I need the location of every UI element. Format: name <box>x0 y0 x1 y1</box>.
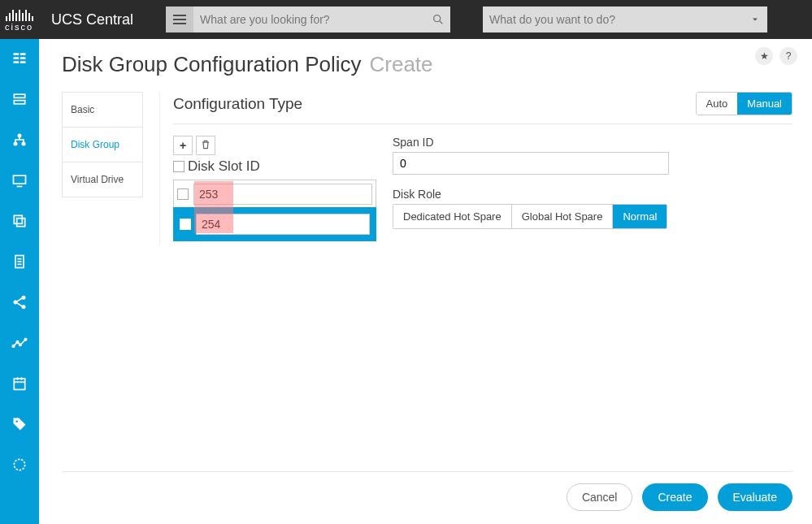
evaluate-button[interactable]: Evaluate <box>718 483 792 511</box>
svg-point-35 <box>14 459 24 470</box>
product-name: UCS Central <box>51 11 133 28</box>
rail-display-icon[interactable] <box>10 171 29 190</box>
action-input[interactable] <box>483 6 743 32</box>
page-title-suffix: Create <box>370 52 433 77</box>
trash-icon <box>200 139 211 153</box>
mode-button-manual[interactable]: Manual <box>737 93 792 115</box>
svg-point-23 <box>22 305 24 308</box>
rail-calendar-icon[interactable] <box>10 374 29 393</box>
vendor-logo: cisco <box>5 8 33 32</box>
svg-rect-30 <box>14 379 24 389</box>
svg-rect-3 <box>20 53 26 55</box>
row-checkbox[interactable] <box>177 188 189 200</box>
action-dropdown-button[interactable] <box>743 15 767 24</box>
svg-rect-13 <box>14 175 26 184</box>
global-search <box>166 6 450 32</box>
rail-analytics-icon[interactable] <box>10 333 29 353</box>
search-input[interactable] <box>193 6 426 32</box>
rail-share-icon[interactable] <box>10 292 29 312</box>
select-all-checkbox[interactable] <box>173 161 185 172</box>
rail-refresh-icon[interactable] <box>10 455 29 474</box>
rail-document-icon[interactable] <box>10 252 29 271</box>
page-title: Disk Group Configuration Policy <box>62 52 362 77</box>
config-mode-toggle: Auto Manual <box>696 92 792 115</box>
dialog-footer: Cancel Create Evaluate <box>62 471 792 524</box>
svg-point-12 <box>18 134 20 136</box>
main-panel: ★ ? Disk Group Configuration Policy Crea… <box>39 39 812 524</box>
search-icon[interactable] <box>426 13 450 26</box>
svg-rect-7 <box>20 61 26 63</box>
vendor-name: cisco <box>5 23 33 32</box>
rail-storage-icon[interactable] <box>10 89 29 109</box>
sidenav-item-disk-group[interactable]: Disk Group <box>63 128 142 162</box>
cancel-button[interactable]: Cancel <box>567 483 633 511</box>
svg-point-22 <box>14 301 16 303</box>
disk-slot-row[interactable] <box>174 180 376 208</box>
disk-slot-input[interactable] <box>196 214 370 235</box>
plus-icon: + <box>180 139 186 152</box>
svg-point-28 <box>20 344 22 346</box>
span-id-input[interactable] <box>393 152 669 175</box>
disk-slot-list <box>173 180 376 241</box>
svg-rect-2 <box>14 53 20 55</box>
svg-point-34 <box>15 420 18 422</box>
svg-rect-8 <box>14 94 24 97</box>
section-title: Configuration Type <box>173 95 302 113</box>
svg-point-11 <box>22 142 24 145</box>
help-button[interactable]: ? <box>779 47 797 65</box>
mode-button-auto[interactable]: Auto <box>697 93 738 115</box>
svg-point-26 <box>12 345 15 348</box>
svg-rect-15 <box>17 219 25 227</box>
disk-role-global[interactable]: Global Hot Spare <box>512 205 614 228</box>
disk-slot-header: Disk Slot ID <box>188 158 260 175</box>
disk-role-label: Disk Role <box>393 188 669 201</box>
svg-point-0 <box>434 15 441 22</box>
svg-point-29 <box>24 339 27 341</box>
svg-rect-5 <box>20 57 26 59</box>
favorite-button[interactable]: ★ <box>755 47 773 65</box>
disk-role-dedicated[interactable]: Dedicated Hot Spare <box>393 205 512 228</box>
rail-network-icon[interactable] <box>10 130 29 149</box>
nav-rail <box>0 39 39 524</box>
svg-line-1 <box>440 21 442 24</box>
svg-rect-16 <box>14 215 22 223</box>
svg-point-21 <box>22 297 24 299</box>
wizard-sidenav: Basic Disk Group Virtual Drive <box>62 92 143 197</box>
rail-tag-icon[interactable] <box>10 414 29 434</box>
topbar: cisco UCS Central <box>0 0 812 39</box>
delete-button[interactable] <box>196 136 215 155</box>
add-button[interactable]: + <box>173 136 193 155</box>
config-main: Configuration Type Auto Manual + <box>159 92 792 245</box>
disk-slot-detail: Span ID Disk Role Dedicated Hot Spare Gl… <box>393 136 669 229</box>
svg-point-27 <box>16 341 19 344</box>
svg-line-24 <box>17 298 23 301</box>
disk-role-normal[interactable]: Normal <box>613 205 667 228</box>
sidenav-item-virtual-drive[interactable]: Virtual Drive <box>63 162 142 197</box>
search-menu-button[interactable] <box>166 6 193 32</box>
hamburger-icon <box>173 15 186 24</box>
svg-line-25 <box>17 303 23 306</box>
span-id-label: Span ID <box>393 136 669 149</box>
row-checkbox[interactable] <box>180 219 191 230</box>
disk-slot-input[interactable] <box>193 184 372 205</box>
rail-servers-icon[interactable] <box>10 49 29 68</box>
disk-role-toggle: Dedicated Hot Spare Global Hot Spare Nor… <box>393 204 667 229</box>
disk-slot-panel: + Disk Slot ID <box>173 136 376 241</box>
rail-copy-icon[interactable] <box>10 211 29 231</box>
svg-rect-9 <box>14 101 24 104</box>
svg-rect-6 <box>14 61 20 63</box>
svg-point-10 <box>14 142 16 145</box>
svg-rect-4 <box>14 57 20 59</box>
create-button[interactable]: Create <box>642 483 707 511</box>
action-search <box>483 6 767 32</box>
sidenav-item-basic[interactable]: Basic <box>63 93 142 128</box>
disk-slot-row[interactable] <box>173 207 376 241</box>
